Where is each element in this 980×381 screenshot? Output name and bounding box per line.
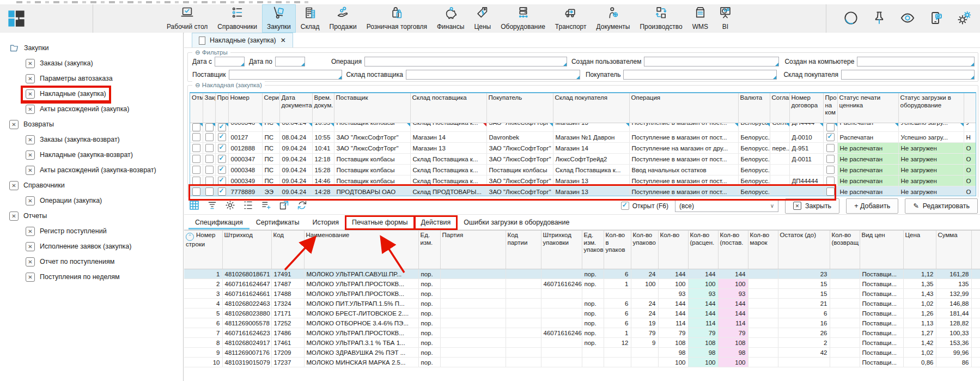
tab-close-icon[interactable]: ✕ bbox=[281, 37, 286, 44]
sidebar-item-10[interactable]: ✕Операции (закупка) bbox=[0, 193, 183, 208]
edit-button[interactable]: ✎ Редактировать bbox=[905, 198, 978, 214]
sidebar-item-3[interactable]: ✕Накладные (закупка) bbox=[0, 86, 183, 101]
table-row[interactable]: 5481026802388017171МОЛОКО БРЕСТ-ЛИТОВСКО… bbox=[184, 309, 980, 318]
sidebar-item-9[interactable]: ✕Справочники bbox=[0, 178, 183, 193]
column-header[interactable]: Номер bbox=[228, 93, 262, 123]
sidebar-item-12[interactable]: ✕Регистр поступлений bbox=[0, 223, 183, 239]
column-header[interactable]: Код партии bbox=[506, 231, 541, 269]
column-header[interactable]: Партия bbox=[440, 231, 506, 269]
row-checkbox[interactable] bbox=[205, 177, 214, 185]
eye-icon[interactable] bbox=[899, 10, 916, 28]
nav-item-equipment[interactable]: Оборудование bbox=[496, 4, 550, 33]
column-header[interactable]: Закр bbox=[203, 93, 215, 123]
column-header[interactable]: Кол-во bbox=[658, 231, 688, 269]
created-on-computer-input[interactable] bbox=[857, 57, 975, 66]
column-header[interactable] bbox=[971, 231, 980, 269]
detail-tab-1[interactable]: Спецификация bbox=[188, 216, 249, 229]
column-header[interactable]: Склад покупателя bbox=[553, 93, 629, 123]
row-checkbox[interactable] bbox=[192, 177, 200, 185]
column-header[interactable]: Остаток (до) bbox=[778, 231, 830, 269]
sidebar-item-13[interactable]: ✕Исполнение заявок (закупка) bbox=[0, 239, 183, 254]
row-checkbox[interactable] bbox=[205, 188, 214, 196]
buyer-warehouse-input[interactable] bbox=[841, 70, 975, 80]
nav-item-desktop[interactable]: Рабочий стол bbox=[162, 4, 212, 33]
sidebar-item-6[interactable]: ✕Заказы (закупка-возврат) bbox=[0, 132, 183, 147]
close-document-button[interactable]: ✕ Закрыть bbox=[785, 198, 839, 214]
supplier-warehouse-input[interactable] bbox=[406, 70, 580, 80]
printed-checkbox[interactable] bbox=[826, 155, 835, 163]
column-header[interactable]: Про на ком bbox=[823, 93, 837, 123]
pin-icon[interactable] bbox=[871, 10, 887, 28]
column-header[interactable]: Кол-во (постав. bbox=[718, 231, 748, 269]
column-header[interactable]: Сери bbox=[262, 93, 279, 123]
detail-tab-2[interactable]: Сертификаты bbox=[249, 216, 306, 229]
row-checkbox[interactable] bbox=[205, 144, 214, 152]
column-header[interactable]: Склад поставщика bbox=[410, 93, 486, 123]
sidebar-item-7[interactable]: ✕Накладные (закупка-возврат) bbox=[0, 147, 183, 162]
created-by-input[interactable] bbox=[644, 57, 779, 66]
sidebar-item-5[interactable]: ✕Возвраты bbox=[0, 117, 183, 132]
row-checkbox[interactable] bbox=[218, 133, 226, 141]
date-from-input[interactable] bbox=[215, 57, 245, 66]
column-header[interactable]: Про bbox=[215, 93, 228, 123]
buyer-input[interactable] bbox=[623, 70, 777, 80]
printed-checkbox[interactable] bbox=[826, 123, 835, 131]
column-header[interactable]: Штрихкод упаковки bbox=[541, 231, 582, 269]
row-checkbox[interactable] bbox=[205, 155, 214, 163]
column-header[interactable]: Дата документа bbox=[279, 93, 312, 123]
row-checkbox[interactable] bbox=[218, 177, 226, 185]
column-header[interactable]: Штрихкод bbox=[222, 231, 271, 269]
row-checkbox[interactable] bbox=[218, 144, 226, 152]
column-header[interactable]: Номер договора bbox=[789, 93, 823, 123]
column-header[interactable]: Код bbox=[271, 231, 304, 269]
sidebar-item-15[interactable]: ✕Поступления по неделям bbox=[0, 269, 183, 285]
sidebar-item-root-zakupki[interactable]: Закупки bbox=[0, 40, 183, 56]
column-header[interactable]: Операция bbox=[629, 93, 738, 123]
gear-icon[interactable] bbox=[224, 199, 236, 211]
row-checkbox[interactable] bbox=[218, 123, 226, 131]
detail-tab-5[interactable]: Действия bbox=[415, 216, 458, 229]
table-row[interactable]: 7778889ЭЭ09.04.2414:28ПРОДТОВАРЫ ОАОСкла… bbox=[190, 186, 976, 197]
table-row[interactable]: 10481031901507917237МОЛОКО МИНСКАЯ МАРКА… bbox=[184, 358, 980, 367]
status-filter-select[interactable]: (все) ∨ bbox=[675, 200, 778, 212]
table-row[interactable]: 7460716162462317486МОЛОКО УЛЬТРАП.ПРОСТО… bbox=[184, 328, 980, 338]
row-checkbox[interactable] bbox=[205, 166, 214, 174]
row-checkbox[interactable] bbox=[192, 155, 200, 163]
column-header[interactable] bbox=[964, 93, 976, 123]
nav-item-prices[interactable]: Цены bbox=[469, 4, 496, 33]
column-header[interactable]: ⌃Номер строки bbox=[184, 231, 222, 269]
row-checkbox[interactable] bbox=[218, 166, 226, 174]
numbered-list-icon[interactable] bbox=[242, 199, 254, 211]
column-header[interactable]: Врем. докум. bbox=[312, 93, 334, 123]
column-header[interactable]: Ед. изм. упаков bbox=[582, 231, 604, 269]
column-header[interactable]: Покупатель bbox=[486, 93, 553, 123]
tab-invoices-purchase[interactable]: Накладные (закупка) ✕ bbox=[192, 33, 293, 47]
export-icon[interactable] bbox=[278, 199, 290, 211]
nav-item-list[interactable]: Справочники bbox=[212, 4, 262, 33]
row-checkbox[interactable] bbox=[205, 133, 214, 141]
printed-checkbox[interactable] bbox=[826, 166, 835, 174]
sidebar-item-2[interactable]: ✕Параметры автозаказа bbox=[0, 71, 183, 86]
row-checkbox[interactable] bbox=[192, 188, 200, 196]
column-header[interactable]: Наименование bbox=[304, 231, 418, 269]
sidebar-item-4[interactable]: ✕Акты расхождений (закупка) bbox=[0, 101, 183, 117]
column-header[interactable]: Статус печати ценника bbox=[837, 93, 898, 123]
filter-icon[interactable] bbox=[206, 199, 218, 211]
table-row[interactable]: 1481026801867117491МОЛОКО УЛЬТРАП.САВУШ.… bbox=[184, 269, 980, 279]
sidebar-item-1[interactable]: ✕Заказы (закупка) bbox=[0, 56, 183, 71]
row-checkbox[interactable] bbox=[205, 123, 214, 131]
column-header[interactable]: Кол-во упаково bbox=[631, 231, 658, 269]
open-filter-checkbox[interactable] bbox=[621, 202, 629, 210]
table-row[interactable]: 0000349ПС09.04.2414:46Поставщик колбасыС… bbox=[190, 176, 976, 186]
nav-item-sales[interactable]: Продажи bbox=[325, 4, 362, 33]
nav-item-cart[interactable]: Закупки bbox=[262, 4, 296, 33]
printed-checkbox[interactable] bbox=[826, 133, 835, 141]
table-row[interactable]: 2460716162464717487МОЛОКО УЛЬТРАП.ПРОСТО… bbox=[184, 279, 980, 289]
nav-item-wms[interactable]: WMS bbox=[687, 4, 713, 33]
nav-item-documents[interactable]: Документы bbox=[592, 4, 635, 33]
row-checkbox[interactable] bbox=[192, 166, 200, 174]
nav-item-production[interactable]: Производство bbox=[635, 4, 687, 33]
nav-item-finance[interactable]: Финансы bbox=[432, 4, 469, 33]
column-header[interactable]: Валюта bbox=[738, 93, 770, 123]
table-row[interactable]: 9481126900717617209МОЛОКО ЗДРАВУШКА 2% П… bbox=[184, 348, 980, 358]
